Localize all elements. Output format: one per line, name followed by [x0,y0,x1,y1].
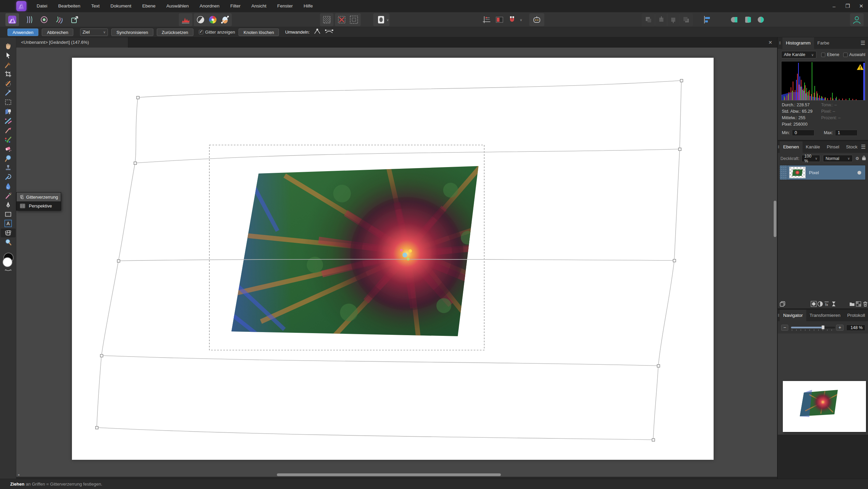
flyout-item-gitterverzerrung[interactable]: Gitterverzerrung [17,193,61,201]
snapping-presets-icon[interactable] [480,13,494,26]
opacity-dropdown[interactable]: 100 %∨ [801,155,820,162]
menu-hilfe[interactable]: Hilfe [298,0,318,12]
zoom-slider[interactable] [791,325,833,331]
select-all-icon[interactable] [320,13,334,26]
zoom-out-button[interactable]: − [781,325,788,331]
move-tool[interactable] [1,51,16,60]
zoom-percent-input[interactable]: 148 % [846,325,865,331]
menu-fenster[interactable]: Fenster [272,0,298,12]
close-button[interactable]: ✕ [854,0,868,12]
auto-colours-icon[interactable] [206,13,220,26]
colour-picker-tool[interactable] [1,60,16,69]
layer-checkbox[interactable] [821,53,825,57]
menu-text[interactable]: Text [86,0,105,12]
menu-ansicht[interactable]: Ansicht [246,0,272,12]
export-persona-icon[interactable] [68,13,81,26]
auto-white-balance-icon[interactable] [218,13,232,26]
blend-options-gear-icon[interactable]: ⚙ [855,156,859,161]
liquify-persona-icon[interactable] [22,13,36,26]
marquee-tool[interactable] [1,98,16,107]
menu-ebene[interactable]: Ebene [137,0,161,12]
deselect-icon[interactable] [335,13,348,26]
tab-navigator[interactable]: Navigator [780,310,806,321]
sponge-brush-tool[interactable] [1,154,16,163]
panel-menu-icon[interactable]: ☰ [861,37,868,49]
move-to-back-icon[interactable] [679,13,693,26]
erase-brush-tool[interactable] [1,144,16,153]
apply-button[interactable]: Anwenden [7,29,38,36]
move-to-front-icon[interactable] [642,13,655,26]
document-tab[interactable]: <Unbenannt> [Geändert] (147.6%) [16,37,128,48]
min-input[interactable]: 0 [792,130,814,136]
selection-brush-tool[interactable] [1,79,16,88]
horizontal-scrollbar-thumb[interactable] [277,473,501,476]
restore-button[interactable]: ❐ [841,0,854,12]
reset-button[interactable]: Zurücksetzen [157,29,193,36]
text-tool[interactable]: A [1,219,16,228]
vertical-scrollbar[interactable] [773,48,777,473]
max-input[interactable]: 1 [835,130,857,136]
mesh-warp-tool[interactable] [1,229,16,237]
menu-dokument[interactable]: Dokument [105,0,137,12]
tab-ebenen[interactable]: Ebenen [780,141,803,153]
crop-tool[interactable] [1,70,16,78]
layer-thumbnail[interactable] [789,167,806,178]
tone-mapping-persona-icon[interactable] [53,13,66,26]
vertical-scrollbar-thumb[interactable] [774,201,776,237]
colour-swatches[interactable] [1,253,15,274]
view-tool[interactable] [1,42,16,51]
menu-datei[interactable]: Datei [31,0,53,12]
delete-layer-icon[interactable] [862,300,868,308]
paint-brush-tool[interactable] [1,126,16,134]
live-filter-icon[interactable]: fx [824,300,830,308]
move-forward-icon[interactable] [655,13,668,26]
invert-selection-icon[interactable] [347,13,361,26]
flood-select-tool[interactable] [1,88,16,97]
horizontal-scrollbar[interactable]: ◂ [16,473,777,477]
target-dropdown[interactable]: Ziel∨ [80,29,108,36]
clone-stamp-tool[interactable] [1,163,16,172]
move-backward-icon[interactable] [666,13,680,26]
quick-mask-icon[interactable]: ∨ [373,13,390,26]
develop-persona-icon[interactable] [37,13,51,26]
tab-transformieren[interactable]: Transformieren [806,310,844,321]
tab-pinsel[interactable]: Pinsel [824,141,843,153]
new-layer-icon[interactable] [855,300,862,308]
show-grid-checkbox-group[interactable]: Gitter anzeigen [199,30,235,35]
synchronize-button[interactable]: Synchronisieren [111,29,153,36]
tab-stock[interactable]: Stock [843,141,861,153]
insert-behind-icon[interactable] [728,13,741,26]
paint-mixer-brush-tool[interactable] [1,107,16,116]
delete-nodes-button[interactable]: Knoten löschen [239,29,279,36]
auto-levels-icon[interactable] [179,13,192,26]
menu-filter[interactable]: Filter [225,0,246,12]
pen-tool[interactable] [1,200,16,209]
snapping-candidates-icon[interactable] [493,13,506,26]
assistant-icon[interactable] [529,13,544,26]
close-view-icon[interactable]: ✕ [768,37,772,48]
tab-farbe[interactable]: Farbe [814,37,833,49]
photo-persona-icon[interactable] [5,13,19,26]
menu-bearbeiten[interactable]: Bearbeiten [53,0,86,12]
minimize-button[interactable]: – [827,0,841,12]
convert-sharp-button[interactable] [313,28,321,36]
pixel-tool[interactable] [1,135,16,144]
panel-menu-icon[interactable]: ☰ [861,141,868,153]
alignment-icon[interactable] [700,13,714,26]
zoom-in-button[interactable]: + [836,325,843,331]
blend-mode-dropdown[interactable]: Normal∨ [823,155,853,162]
snapping-magnet-icon[interactable]: ∨ [505,13,519,26]
layer-effects-icon[interactable] [830,300,837,308]
convert-smooth-button[interactable] [325,28,334,36]
menu-auswaehlen[interactable]: Auswählen [161,0,194,12]
insert-on-top-icon[interactable] [754,13,768,26]
zoom-tool[interactable] [1,238,16,247]
zoom-slider-handle[interactable] [822,325,825,329]
auto-contrast-icon[interactable] [194,13,207,26]
colour-replacement-brush-tool[interactable] [1,116,16,125]
menu-anordnen[interactable]: Anordnen [194,0,225,12]
canvas[interactable] [16,48,777,477]
tab-protokoll[interactable]: Protokoll [844,310,868,321]
layer-visibility-toggle[interactable] [857,171,861,175]
group-layers-icon[interactable] [849,300,855,308]
